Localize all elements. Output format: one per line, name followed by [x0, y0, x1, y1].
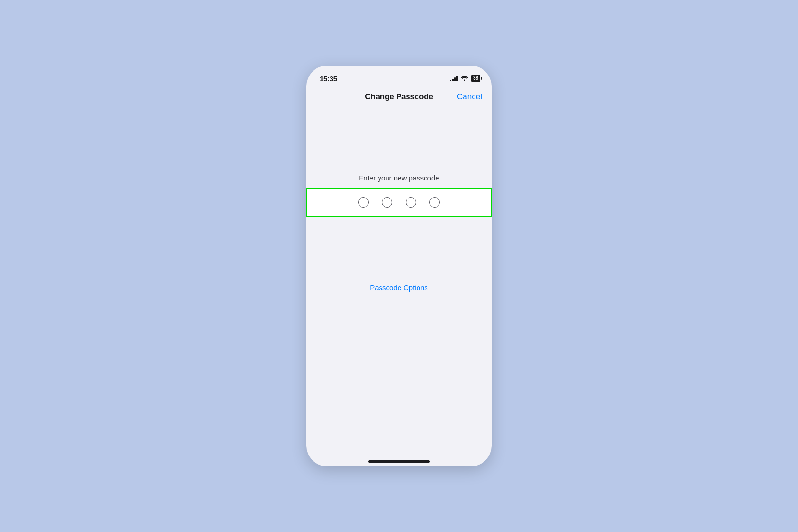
battery-tip	[481, 77, 482, 80]
passcode-dot-2	[382, 197, 392, 208]
passcode-dot-4	[429, 197, 440, 208]
battery-percent: 38	[473, 76, 478, 81]
passcode-options-area: Passcode Options	[370, 284, 428, 292]
status-time: 15:35	[320, 75, 337, 83]
battery-icon: 38	[471, 75, 480, 82]
status-icons: 38	[450, 75, 480, 82]
passcode-dot-3	[406, 197, 416, 208]
phone-frame: 15:35 38	[306, 66, 492, 466]
wifi-icon	[461, 75, 468, 82]
status-bar: 15:35 38	[306, 66, 492, 88]
passcode-input-area[interactable]	[306, 188, 492, 217]
nav-title: Change Passcode	[365, 92, 433, 102]
cancel-button[interactable]: Cancel	[457, 92, 482, 102]
passcode-prompt: Enter your new passcode	[359, 174, 439, 182]
nav-bar: Change Passcode Cancel	[306, 88, 492, 107]
passcode-options-button[interactable]: Passcode Options	[370, 284, 428, 292]
home-indicator	[368, 460, 430, 463]
content-area: Enter your new passcode Passcode Options	[306, 107, 492, 292]
passcode-dot-1	[358, 197, 369, 208]
signal-bars-icon	[450, 76, 458, 81]
